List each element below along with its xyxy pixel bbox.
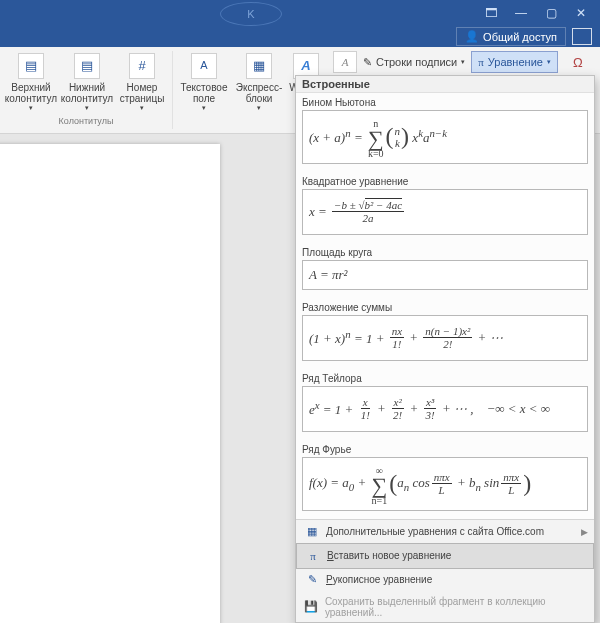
group-label: Колонтитулы	[59, 116, 114, 127]
equation-preview: (x + a)n = n∑k=0 (nk) xkan−k	[302, 110, 588, 164]
symbol-button[interactable]: Ω	[564, 52, 592, 72]
ribbon-group-header-footer: ▤ Верхний колонтитул ▾ ▤ Нижний колонтит…	[0, 51, 173, 129]
equation-item-taylor[interactable]: Ряд Тейлора ex = 1 + x1! + x²2! + x³3! +…	[296, 369, 594, 440]
blocks-icon: ▦	[246, 53, 272, 79]
text-box-button[interactable]: A Текстовое поле ▾	[177, 51, 231, 113]
signature-icon: ✎	[363, 56, 372, 69]
express-blocks-button[interactable]: ▦ Экспресс-блоки ▾	[233, 51, 285, 113]
signature-line-button[interactable]: ✎ Строки подписи ▾	[363, 56, 465, 69]
equation-gallery-dropdown: Встроенные Бином Ньютона (x + a)n = n∑k=…	[295, 75, 595, 623]
equation-item-quadratic[interactable]: Квадратное уравнение x = −b ± √b² − 4ac …	[296, 172, 594, 243]
doc-icon: ▤	[74, 53, 100, 79]
app-decoration: K	[220, 2, 282, 26]
equation-preview: A = πr²	[302, 260, 588, 290]
share-bar: 👤 Общий доступ	[0, 26, 600, 47]
equation-preview: f(x) = a0 + ∞∑n=1 ( an cos nπxL + bn sin…	[302, 457, 588, 511]
equation-item-circle-area[interactable]: Площадь круга A = πr²	[296, 243, 594, 298]
pi-icon: π	[478, 56, 484, 68]
dropcap-button[interactable]: A	[333, 51, 357, 73]
equation-preview: ex = 1 + x1! + x²2! + x³3! + ⋯ , −∞ < x …	[302, 386, 588, 432]
title-bar: K 🗖 — ▢ ✕	[0, 0, 600, 26]
bottom-header-button[interactable]: ▤ Нижний колонтитул ▾	[60, 51, 114, 113]
equation-preview: x = −b ± √b² − 4ac 2a	[302, 189, 588, 235]
restore-button[interactable]: ▢	[536, 1, 566, 25]
ink-equation[interactable]: ✎ Рукописное уравнение	[296, 568, 594, 592]
ribbon-right-symbols: A ✎ Строки подписи ▾ π Уравнение ▾ Ω	[329, 51, 600, 73]
office-icon: ▦	[304, 524, 320, 540]
page-number-button[interactable]: # Номер страницы ▾	[116, 51, 168, 113]
ink-icon: ✎	[304, 572, 320, 588]
hash-icon: #	[129, 53, 155, 79]
pi-icon: π	[305, 548, 321, 564]
document-page[interactable]	[0, 144, 220, 623]
equation-item-sum-expansion[interactable]: Разложение суммы (1 + x)n = 1 + nx1! + n…	[296, 298, 594, 369]
top-header-button[interactable]: ▤ Верхний колонтитул ▾	[4, 51, 58, 113]
equation-preview: (1 + x)n = 1 + nx1! + n(n − 1)x²2! + ⋯	[302, 315, 588, 361]
textbox-icon: A	[191, 53, 217, 79]
save-to-equation-gallery: 💾 Сохранить выделенный фрагмент в коллек…	[296, 592, 594, 622]
user-icon: 👤	[465, 30, 479, 43]
submenu-arrow-icon: ▶	[581, 527, 588, 537]
save-icon: 💾	[304, 599, 319, 615]
gallery-header: Встроенные	[296, 76, 594, 93]
equation-item-fourier[interactable]: Ряд Фурье f(x) = a0 + ∞∑n=1 ( an cos nπx…	[296, 440, 594, 519]
share-button[interactable]: 👤 Общий доступ	[456, 27, 566, 46]
gallery-footer: ▦ Дополнительные уравнения с сайта Offic…	[296, 519, 594, 622]
share-label: Общий доступ	[483, 31, 557, 43]
close-button[interactable]: ✕	[566, 1, 596, 25]
help-button[interactable]: 🗖	[476, 1, 506, 25]
equation-button[interactable]: π Уравнение ▾	[471, 51, 558, 73]
doc-icon: ▤	[18, 53, 44, 79]
comments-button[interactable]	[572, 28, 592, 45]
equation-item-binomial[interactable]: Бином Ньютона (x + a)n = n∑k=0 (nk) xkan…	[296, 93, 594, 172]
insert-new-equation[interactable]: π Вставить новое уравнение	[296, 543, 594, 569]
minimize-button[interactable]: —	[506, 1, 536, 25]
more-equations-office-com[interactable]: ▦ Дополнительные уравнения с сайта Offic…	[296, 520, 594, 544]
